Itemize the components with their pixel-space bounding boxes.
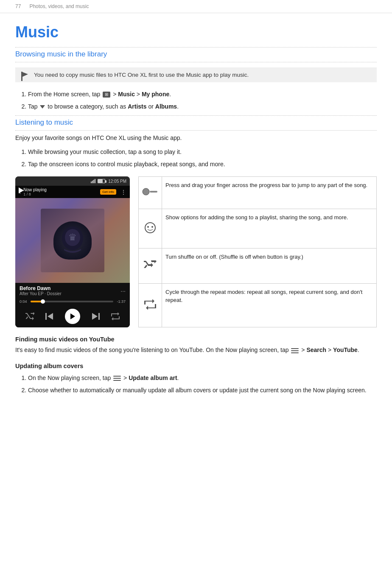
battery-icon	[98, 179, 105, 183]
artists-label: Artists	[128, 103, 146, 110]
section-divider-listening-top	[15, 115, 377, 116]
svg-rect-17	[291, 352, 299, 353]
svg-marker-6	[48, 313, 53, 320]
page-header: 77 Photos, videos, and music	[0, 0, 392, 13]
svg-point-13	[147, 226, 149, 228]
progress-bar-desc: Press and drag your finger across the pr…	[162, 177, 377, 209]
album-cover-steps: On the Now playing screen, tap > Update …	[28, 374, 377, 395]
svg-rect-18	[113, 376, 121, 377]
progress-bar-icon	[142, 188, 158, 196]
time-elapsed: 0:04	[20, 299, 27, 304]
shuffle-icon-cell	[139, 249, 162, 284]
svg-rect-16	[291, 350, 299, 351]
svg-rect-5	[45, 313, 47, 320]
progress-thumb	[41, 299, 45, 304]
browsing-step-2: Tap to browse a category, such as Artist…	[28, 102, 377, 111]
listening-step-2: Tap the onscreen icons to control music …	[28, 160, 377, 169]
browsing-steps: From the Home screen, tap ⊞ > Music > My…	[28, 90, 377, 111]
get-info-button[interactable]: Get info	[100, 189, 116, 195]
album-cover-step-2: Choose whether to automatically or manua…	[28, 386, 377, 395]
listening-steps: While browsing your music collection, ta…	[28, 148, 377, 169]
youtube-body: It's easy to find music videos of the so…	[15, 345, 377, 355]
options-desc: Show options for adding the song to a pl…	[162, 209, 377, 249]
repeat-icon	[144, 299, 157, 310]
shuffle-icon	[143, 260, 157, 270]
albums-label: Albums	[155, 103, 177, 110]
repeat-desc: Cycle through the repeat modes: repeat a…	[162, 283, 377, 327]
chapter-title: Photos, videos, and music	[29, 3, 89, 9]
repeat-icon-cell	[139, 283, 162, 327]
page-number: 77	[15, 3, 21, 9]
album-cover-step-1: On the Now playing screen, tap > Update …	[28, 374, 377, 383]
track-count: 1 / 8	[23, 192, 46, 196]
album-art: ♛	[15, 198, 130, 283]
now-playing-bar: ‹ Now playing 1 / 8 Get info ⋮	[15, 186, 130, 198]
phone-screenshot: 12:05 PM ‹ Now playing 1 / 8 Get info ⋮	[15, 176, 130, 327]
options-icon-cell	[139, 209, 162, 249]
youtube-heading: Finding music videos on YouTube	[15, 336, 377, 343]
player-section: 12:05 PM ‹ Now playing 1 / 8 Get info ⋮	[15, 176, 377, 327]
browsing-step-1: From the Home screen, tap ⊞ > Music > My…	[28, 90, 377, 99]
listening-intro: Enjoy your favorite songs on HTC One XL …	[15, 133, 377, 142]
svg-marker-7	[70, 313, 75, 319]
svg-rect-15	[291, 348, 299, 349]
now-playing-info: Now playing 1 / 8	[23, 187, 46, 196]
icon-description-table: Press and drag your finger across the pr…	[138, 176, 377, 327]
song-info-bar: Before Dawn After You EP · Dossier ···	[15, 283, 130, 298]
svg-rect-8	[98, 313, 100, 320]
svg-text:♛: ♛	[68, 232, 77, 243]
svg-point-14	[151, 226, 153, 228]
progress-track[interactable]	[31, 301, 114, 302]
svg-marker-9	[92, 313, 98, 320]
svg-rect-11	[150, 191, 157, 193]
shuffle-desc: Turn shuffle on or off. (Shuffle is off …	[162, 249, 377, 284]
search-label: Search	[306, 346, 326, 353]
next-control-icon[interactable]	[91, 313, 100, 320]
inline-menu-icon	[291, 348, 299, 354]
play-control-button[interactable]	[65, 309, 80, 324]
icon-row-shuffle: Turn shuffle on or off. (Shuffle is off …	[139, 249, 377, 284]
section-divider-top	[15, 47, 377, 47]
svg-rect-0	[21, 72, 22, 81]
section-divider-browsing-bottom	[15, 62, 377, 62]
note-box: You need to copy music files to HTC One …	[15, 67, 377, 82]
svg-rect-20	[113, 380, 121, 381]
progress-bar-area: 0:04 -1:37	[15, 298, 130, 305]
crest-svg: ♛	[58, 226, 87, 255]
more-options-icon[interactable]: ···	[120, 288, 126, 294]
inline-menu-icon-2	[113, 375, 121, 381]
svg-marker-1	[22, 72, 28, 77]
svg-point-10	[143, 188, 149, 195]
song-details: Before Dawn After You EP · Dossier	[20, 285, 62, 296]
dropdown-arrow-icon	[40, 105, 45, 109]
svg-point-12	[145, 223, 155, 233]
menu-icon[interactable]: ⋮	[120, 189, 126, 196]
grid-icon: ⊞	[103, 92, 110, 98]
section-heading-browsing: Browsing music in the library	[15, 50, 377, 59]
section-heading-listening: Listening to music	[15, 118, 377, 127]
update-album-art-label: Update album art	[129, 374, 177, 381]
youtube-label: YouTube	[333, 346, 358, 353]
signal-icon	[91, 179, 95, 183]
controls-bar	[15, 305, 130, 327]
myphone-label: My phone	[142, 91, 169, 98]
page-content: Music Browsing music in the library You …	[0, 13, 392, 416]
album-art-inner: ♛	[41, 209, 104, 272]
shuffle-control-icon[interactable]	[25, 313, 34, 320]
crest-shape: ♛	[53, 221, 92, 260]
svg-rect-19	[113, 378, 121, 379]
now-playing-label: Now playing	[23, 187, 46, 192]
music-label: Music	[118, 91, 135, 98]
time-remaining: -1:37	[117, 299, 126, 304]
status-bar: 12:05 PM	[15, 176, 130, 186]
status-time: 12:05 PM	[108, 179, 126, 184]
icon-row-options: Show options for adding the song to a pl…	[139, 209, 377, 249]
previous-control-icon[interactable]	[45, 313, 54, 320]
section-divider-listening-bottom	[15, 130, 377, 131]
options-icon	[144, 222, 156, 234]
repeat-control-icon[interactable]	[111, 313, 120, 320]
now-playing-right: Get info ⋮	[100, 189, 126, 196]
icon-row-progress: Press and drag your finger across the pr…	[139, 177, 377, 209]
album-covers-heading: Updating album covers	[15, 363, 377, 369]
song-title: Before Dawn	[20, 285, 62, 291]
